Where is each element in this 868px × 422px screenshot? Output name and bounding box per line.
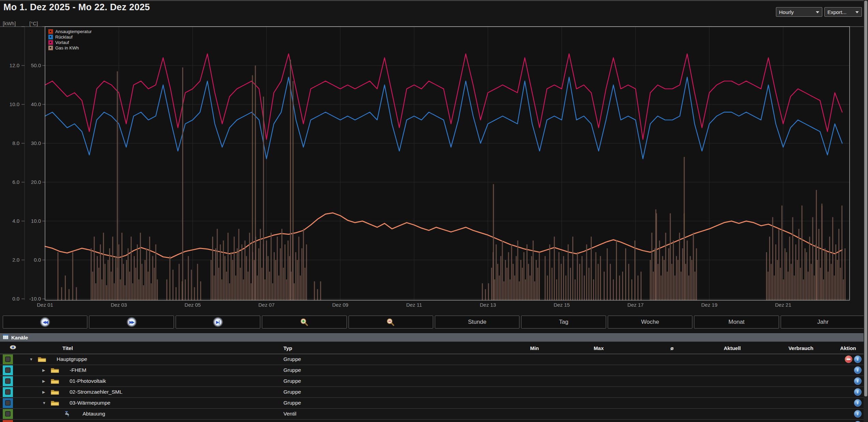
expand-arrow-icon[interactable]: ▶ [42, 379, 48, 383]
column-header-aktuell: Aktuell [693, 345, 741, 351]
info-icon[interactable]: i [854, 377, 862, 385]
info-icon[interactable]: i [854, 399, 862, 407]
nav-zoom-in-button[interactable] [262, 316, 347, 329]
right-axis-unit: [°C] [29, 20, 38, 26]
nav-zoom-out-button[interactable] [349, 316, 433, 329]
collapse-arrow-icon[interactable]: ▼ [29, 357, 35, 361]
table-row: ▼03-WärmepumpeGruppei [0, 398, 868, 409]
x-axis-tick: Dez 11 [398, 302, 430, 308]
column-header-max: Max [556, 345, 604, 351]
channel-type: Gruppe [283, 389, 301, 395]
folder-icon [50, 367, 59, 373]
x-axis-tick: Dez 17 [619, 302, 652, 308]
column-header-min: Min [491, 345, 539, 351]
swatch-checkbox [5, 389, 11, 395]
column-header-verbrauch: Verbrauch [766, 345, 813, 351]
legend-swatch [48, 29, 53, 34]
channel-color-toggle[interactable] [3, 420, 13, 422]
expand-arrow-icon[interactable]: ▶ [42, 390, 48, 394]
info-icon[interactable]: i [854, 355, 862, 363]
channel-color-toggle[interactable] [3, 365, 13, 375]
valve-icon-wrapper [63, 411, 70, 419]
folder-icon [38, 356, 46, 362]
temp-axis-tick: 50.0 [0, 62, 41, 69]
channel-type: Gruppe [283, 367, 301, 373]
swatch-checkbox [5, 356, 11, 362]
legend-swatch [48, 40, 53, 45]
folder-icon-wrapper [50, 367, 59, 375]
swatch-checkbox [5, 411, 11, 417]
channel-color-toggle[interactable] [3, 387, 13, 397]
x-axis-tick: Dez 05 [176, 302, 209, 308]
channel-title: 03-Wärmepumpe [70, 400, 111, 406]
nav-monat-button[interactable]: Monat [694, 316, 779, 329]
remove-icon[interactable] [845, 355, 852, 363]
channel-title: Hauptgruppe [57, 356, 87, 362]
info-icon[interactable]: i [854, 366, 862, 374]
temp-axis-tick: 40.0 [0, 101, 41, 107]
legend-label: Vorlauf [55, 40, 69, 45]
nav-forward-button[interactable]: ▶▶ [89, 316, 174, 329]
button-label: Monat [729, 319, 745, 325]
nav-tag-button[interactable]: Tag [521, 316, 606, 329]
info-icon[interactable]: i [854, 388, 862, 396]
channel-type: Gruppe [283, 378, 301, 384]
row-actions: i [854, 388, 862, 396]
row-actions: i [854, 366, 862, 374]
channels-panel-header: Kanäle [0, 333, 868, 342]
row-actions: i [854, 410, 862, 418]
row-actions: i [854, 399, 862, 407]
nav-woche-button[interactable]: Woche [608, 316, 692, 329]
column-header-aktion: Aktion [815, 345, 856, 351]
channel-color-toggle[interactable] [3, 409, 13, 419]
channel-color-toggle[interactable] [3, 354, 13, 364]
table-row: ▶-FHEMGruppei [0, 365, 868, 376]
folder-icon [50, 389, 59, 395]
expand-arrow-icon[interactable]: ▶ [42, 368, 48, 373]
scrollbar-thumb[interactable] [864, 1, 867, 396]
swatch-checkbox [5, 367, 11, 373]
channel-title: -FHEM [70, 367, 86, 373]
channel-title: 01-Photovoltaik [70, 378, 106, 384]
channel-color-toggle[interactable] [3, 398, 13, 408]
channels-table-header: Titel Typ Min Max ø Aktuell Verbrauch Ak… [0, 343, 868, 354]
rewind-icon: ◀◀ [40, 317, 50, 327]
top-strip [0, 0, 868, 1]
visibility-eye-icon[interactable] [10, 345, 16, 351]
swatch-checkbox [5, 400, 11, 406]
table-grid-icon [3, 334, 9, 341]
temp-axis-tick: -10.0 [0, 296, 41, 302]
x-axis-tick: Dez 21 [767, 302, 799, 308]
table-row: AbtauungVentili [0, 409, 868, 420]
table-row: ▶02-Stromzaehler_SMLGruppei [0, 387, 868, 398]
scrollbar[interactable] [864, 0, 868, 422]
fast-forward-icon: ▶▶ [127, 317, 137, 327]
column-header-typ: Typ [283, 345, 292, 351]
channel-title: 02-Stromzaehler_SML [70, 389, 122, 395]
legend-item: Rücklauf [48, 34, 92, 40]
nav-jahr-button[interactable]: Jahr [781, 316, 865, 329]
table-grid-glyph [3, 334, 9, 339]
x-axis-tick: Dez 07 [250, 302, 283, 308]
folder-icon-wrapper [50, 389, 59, 396]
info-icon[interactable]: i [854, 410, 862, 418]
channels-panel-title: Kanäle [11, 335, 28, 340]
nav-stunde-button[interactable]: Stunde [435, 316, 519, 329]
channel-color-toggle[interactable] [3, 376, 13, 386]
folder-icon-wrapper [38, 356, 46, 364]
chart-legend: AnsaugtemperaturRücklaufVorlaufGas in KW… [48, 29, 92, 50]
button-label: Stunde [468, 319, 486, 325]
button-label: Woche [641, 319, 659, 325]
nav-jump-latest-button[interactable]: ▶| [176, 316, 260, 329]
row-actions: i [845, 355, 862, 363]
channel-type: Gruppe [283, 356, 301, 362]
collapse-arrow-icon[interactable]: ▼ [42, 401, 48, 405]
chart-canvas[interactable] [0, 14, 868, 311]
legend-swatch [48, 35, 53, 39]
legend-item: Vorlauf [48, 40, 92, 45]
zoom-in-icon [300, 318, 309, 327]
nav-rewind-button[interactable]: ◀◀ [3, 316, 87, 329]
temp-axis-tick: 10.0 [0, 218, 41, 224]
channels-table-body: ▼HauptgruppeGruppei▶-FHEMGruppei▶01-Phot… [0, 354, 868, 422]
table-row: ▶01-PhotovoltaikGruppei [0, 376, 868, 387]
